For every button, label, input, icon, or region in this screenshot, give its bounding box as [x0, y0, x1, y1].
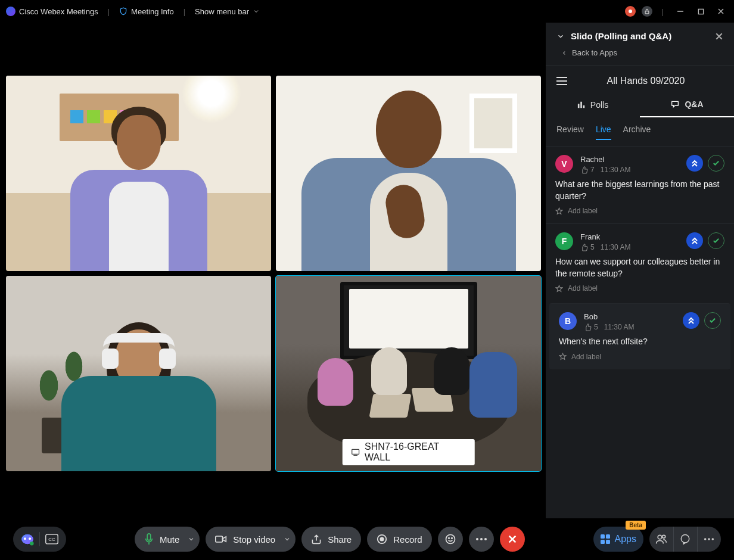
show-menu-button[interactable]: Show menu bar — [195, 7, 260, 16]
share-icon — [311, 534, 322, 545]
svg-point-17 — [24, 537, 26, 540]
add-label-button[interactable]: Add label — [559, 353, 721, 361]
qa-subtabs: Review Live Archive — [546, 117, 734, 146]
tab-polls-label: Polls — [590, 100, 608, 110]
svg-point-27 — [448, 538, 449, 539]
recording-indicator-icon[interactable] — [625, 6, 636, 17]
meeting-info-button[interactable]: Meeting Info — [119, 7, 174, 16]
window-minimize-button[interactable] — [673, 4, 688, 18]
video-area: SHN7-16-GREAT WALL — [0, 23, 546, 518]
svg-point-19 — [30, 542, 34, 546]
chevron-down-icon[interactable] — [188, 536, 195, 543]
stop-video-label: Stop video — [233, 534, 275, 545]
approve-button[interactable] — [708, 232, 724, 249]
chat-button[interactable] — [673, 527, 697, 552]
like-count[interactable]: 5 — [580, 243, 595, 251]
avatar: B — [559, 312, 577, 330]
assistant-bot-icon — [20, 532, 35, 546]
window-close-button[interactable] — [714, 4, 728, 18]
meeting-info-label: Meeting Info — [131, 7, 174, 16]
question-text: When's the next offsite? — [559, 336, 721, 348]
question-text: What are the biggest learnings from the … — [555, 179, 724, 202]
svg-rect-0 — [645, 11, 649, 14]
svg-point-43 — [712, 538, 714, 540]
titlebar: Cisco Webex Meetings | Meeting Info | Sh… — [0, 0, 734, 23]
chat-icon — [680, 534, 691, 545]
apps-button[interactable]: Apps Beta — [593, 527, 643, 552]
participants-button[interactable] — [649, 527, 673, 552]
approve-button[interactable] — [708, 155, 724, 172]
avatar: V — [555, 155, 573, 173]
record-button[interactable]: Record — [367, 527, 431, 552]
reactions-button[interactable] — [438, 527, 463, 552]
webex-assistant-button[interactable] — [17, 532, 38, 546]
control-toolbar: CC Mute Stop video Share — [0, 518, 734, 560]
svg-point-18 — [29, 537, 31, 540]
like-count[interactable]: 5 — [584, 323, 598, 331]
upvote-button[interactable] — [686, 232, 703, 249]
chevron-down-icon[interactable] — [284, 536, 291, 543]
shield-icon — [119, 7, 127, 15]
slido-header: All Hands 09/2020 — [546, 66, 734, 94]
tab-polls[interactable]: Polls — [546, 94, 640, 117]
like-count[interactable]: 7 — [580, 166, 595, 174]
lock-indicator-icon[interactable] — [642, 6, 652, 17]
stop-video-button[interactable]: Stop video — [206, 527, 296, 552]
svg-rect-35 — [606, 534, 610, 539]
add-label-button[interactable]: Add label — [555, 207, 724, 215]
question-text: How can we support our colleagues better… — [555, 256, 724, 279]
app-brand[interactable]: Cisco Webex Meetings — [6, 7, 98, 16]
svg-point-26 — [446, 535, 455, 544]
close-icon — [508, 534, 517, 544]
upvote-button[interactable] — [683, 312, 699, 329]
svg-rect-2 — [698, 9, 703, 14]
video-tile-3[interactable] — [6, 276, 271, 471]
video-tile-4-active[interactable]: SHN7-16-GREAT WALL — [276, 276, 541, 471]
subtab-review[interactable]: Review — [556, 125, 584, 140]
video-tile-2[interactable] — [276, 76, 541, 271]
svg-rect-37 — [606, 540, 610, 544]
panel-more-button[interactable] — [697, 527, 721, 552]
svg-point-29 — [476, 538, 478, 540]
share-label: Share — [328, 534, 352, 545]
video-grid: SHN7-16-GREAT WALL — [6, 76, 541, 471]
svg-point-30 — [480, 538, 483, 540]
share-button[interactable]: Share — [301, 527, 361, 552]
double-chevron-up-icon — [691, 159, 698, 167]
subtab-live[interactable]: Live — [596, 125, 611, 140]
tab-qa-label: Q&A — [685, 99, 703, 109]
back-to-apps-button[interactable]: Back to Apps — [546, 47, 734, 66]
tab-qa[interactable]: Q&A — [640, 94, 734, 117]
approve-button[interactable] — [704, 312, 721, 329]
slido-panel: Slido (Polling and Q&A) Back to Apps All… — [546, 23, 734, 518]
question-item: V Rachel 7 11:30 AM What are the bi — [546, 146, 734, 223]
video-tile-1[interactable] — [6, 76, 271, 271]
question-author: Frank — [580, 232, 679, 241]
add-label-button[interactable]: Add label — [555, 284, 724, 293]
menu-button[interactable] — [556, 77, 568, 85]
more-icon — [704, 537, 714, 541]
chevron-down-icon[interactable] — [556, 32, 565, 41]
upvote-button[interactable] — [686, 155, 703, 172]
svg-point-31 — [484, 538, 487, 540]
question-time: 11:30 AM — [604, 323, 635, 331]
subtab-archive[interactable]: Archive — [623, 125, 651, 140]
avatar: F — [555, 232, 573, 250]
end-call-button[interactable] — [500, 527, 525, 552]
panel-close-button[interactable] — [715, 32, 723, 41]
panel-toggle-group — [649, 527, 721, 552]
check-icon — [709, 318, 716, 323]
svg-point-28 — [451, 538, 452, 539]
window-maximize-button[interactable] — [693, 4, 708, 18]
svg-rect-23 — [216, 536, 223, 542]
webex-logo-icon — [6, 7, 15, 16]
more-options-button[interactable] — [469, 527, 494, 552]
star-icon — [559, 353, 567, 360]
thumbs-up-icon — [580, 166, 588, 174]
mute-button[interactable]: Mute — [135, 527, 200, 552]
question-item: B Bob 5 11:30 AM When's the next of — [549, 303, 730, 369]
captions-button[interactable]: CC — [41, 534, 63, 545]
polls-icon — [577, 101, 586, 109]
chevron-left-icon — [561, 50, 567, 56]
panel-header: Slido (Polling and Q&A) — [546, 23, 734, 47]
